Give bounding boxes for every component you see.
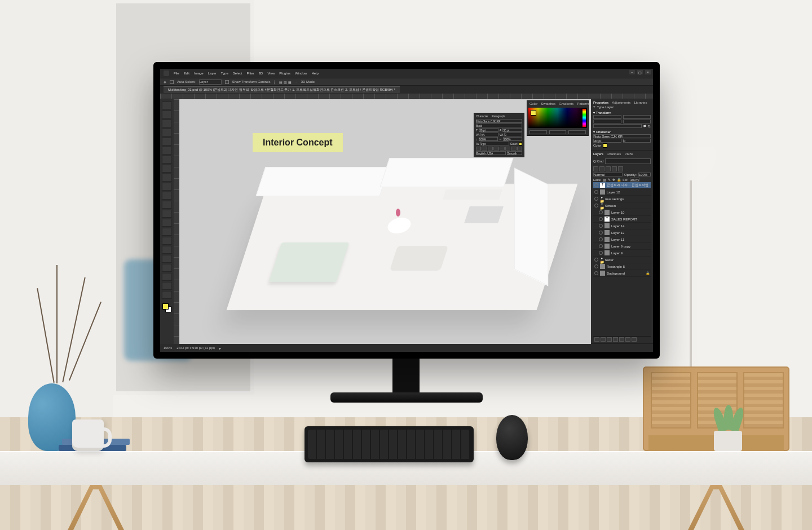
delete-layer-icon[interactable] bbox=[632, 337, 637, 342]
lock-pixels-icon[interactable]: ✎ bbox=[608, 178, 611, 182]
prop-x-field[interactable] bbox=[623, 115, 651, 119]
eraser-tool[interactable] bbox=[162, 201, 172, 209]
visibility-toggle-icon[interactable] bbox=[594, 258, 598, 262]
menu-file[interactable]: File bbox=[174, 72, 179, 75]
tab-gradients[interactable]: Gradients bbox=[559, 102, 573, 105]
prop-width-field[interactable] bbox=[593, 115, 621, 119]
filter-pixel-icon[interactable] bbox=[593, 166, 598, 171]
tab-character[interactable]: Character bbox=[476, 114, 488, 118]
tab-swatches[interactable]: Swatches bbox=[541, 102, 555, 105]
gradient-tool[interactable] bbox=[162, 210, 172, 218]
character-panel[interactable]: Character Paragraph Noto Sans CJK KR Bol… bbox=[474, 113, 524, 157]
layer-row[interactable]: ▸ 📁folder bbox=[593, 257, 651, 263]
menu-3d[interactable]: 3D bbox=[259, 72, 263, 75]
visibility-toggle-icon[interactable] bbox=[599, 251, 603, 255]
lock-transparency-icon[interactable]: ▨ bbox=[603, 178, 606, 182]
flip-h-icon[interactable]: ⇄ bbox=[643, 124, 646, 128]
prop-tracking-field[interactable]: 0 bbox=[623, 139, 651, 143]
font-family-dropdown[interactable]: Noto Sans CJK KR bbox=[476, 119, 522, 123]
tab-adjustments[interactable]: Adjustments bbox=[612, 101, 630, 104]
tool-preset-indicator[interactable]: ✥ bbox=[164, 80, 166, 84]
filter-adjustments-icon[interactable] bbox=[599, 166, 604, 171]
layer-name[interactable]: Layer 9 bbox=[611, 251, 650, 255]
layer-name[interactable]: SALES REPORT bbox=[611, 218, 650, 221]
new-group-icon[interactable] bbox=[619, 337, 624, 342]
layer-name[interactable]: Background bbox=[607, 272, 644, 275]
fill-field[interactable]: 100% bbox=[630, 178, 639, 182]
layer-name[interactable]: 콘셉트2) 디자... 콘셉트작업 bbox=[607, 183, 650, 188]
underline-button[interactable] bbox=[511, 147, 516, 151]
text-color-swatch[interactable] bbox=[519, 142, 522, 145]
menu-edit[interactable]: Edit bbox=[184, 72, 189, 75]
layer-name[interactable]: new settings bbox=[605, 197, 650, 201]
new-adjustment-icon[interactable] bbox=[613, 337, 618, 342]
layers-panel[interactable]: Layers Channels Paths Q Kind NormalOpaci… bbox=[591, 151, 653, 344]
blur-tool[interactable] bbox=[162, 219, 172, 227]
menu-type[interactable]: Type bbox=[221, 72, 228, 75]
eyedropper-tool[interactable] bbox=[162, 156, 172, 164]
brush-tool[interactable] bbox=[162, 174, 172, 182]
tab-channels[interactable]: Channels bbox=[607, 152, 621, 156]
hand-tool[interactable] bbox=[162, 273, 172, 281]
tab-properties[interactable]: Properties bbox=[593, 101, 608, 104]
type-tool[interactable] bbox=[162, 246, 172, 254]
baseline-shift-field[interactable]: 0 pt bbox=[480, 142, 509, 145]
layer-row[interactable]: ▾ 📁Screen bbox=[593, 202, 651, 209]
frame-tool[interactable] bbox=[162, 147, 172, 154]
font-size-field[interactable]: 30 pt bbox=[479, 128, 498, 132]
filter-shape-icon[interactable] bbox=[612, 166, 617, 171]
healing-brush-tool[interactable] bbox=[162, 165, 172, 173]
menu-help[interactable]: Help bbox=[311, 72, 318, 75]
prop-y-field[interactable] bbox=[623, 120, 651, 123]
path-select-tool[interactable] bbox=[162, 255, 172, 263]
layer-row[interactable]: Background🔒 bbox=[593, 270, 651, 277]
hue-slider[interactable] bbox=[582, 109, 586, 127]
document-tab[interactable]: Multitasking_01.psd @ 100% (콘셉트2) 디자인 업무… bbox=[164, 86, 400, 93]
color-g-field[interactable] bbox=[549, 130, 567, 134]
prop-font-family-field[interactable]: Noto Sans CJK KR bbox=[593, 134, 651, 138]
tab-color[interactable]: Color bbox=[529, 102, 537, 105]
dodge-tool[interactable] bbox=[162, 228, 172, 236]
faux-italic-button[interactable] bbox=[482, 147, 487, 151]
rectangle-tool[interactable] bbox=[162, 264, 172, 272]
new-layer-icon[interactable] bbox=[625, 337, 630, 342]
font-style-dropdown[interactable]: Bold bbox=[476, 123, 522, 127]
all-caps-button[interactable] bbox=[488, 147, 493, 151]
blend-mode-dropdown[interactable]: Normal bbox=[593, 173, 623, 176]
tab-patterns[interactable]: Patterns bbox=[577, 102, 589, 105]
history-brush-tool[interactable] bbox=[162, 192, 172, 200]
3d-mode-label[interactable]: 3D Mode bbox=[301, 80, 315, 83]
layer-name[interactable]: Layer 9 copy bbox=[611, 245, 650, 248]
layer-mask-icon[interactable] bbox=[607, 337, 612, 342]
faux-bold-button[interactable] bbox=[476, 147, 481, 151]
window-maximize-button[interactable]: ▢ bbox=[637, 70, 643, 74]
edit-toolbar[interactable] bbox=[162, 291, 172, 299]
doc-dimensions[interactable]: 2442 px x 940 px (72 ppi) bbox=[176, 346, 215, 350]
menu-filter[interactable]: Filter bbox=[246, 72, 254, 75]
prop-rotate-field[interactable] bbox=[593, 124, 642, 128]
layer-name[interactable]: Layer 13 bbox=[611, 231, 650, 235]
folder-icon[interactable]: ▾ 📁 bbox=[600, 202, 603, 210]
tracking-field[interactable]: 0 bbox=[504, 132, 522, 136]
align-icons[interactable]: ▤ ▥ ▦ bbox=[279, 80, 291, 84]
color-field[interactable] bbox=[528, 108, 587, 128]
language-dropdown[interactable]: English: USA bbox=[476, 151, 506, 155]
prop-height-field[interactable] bbox=[593, 120, 621, 123]
subscript-button[interactable] bbox=[505, 147, 510, 151]
layer-name[interactable]: Layer 10 bbox=[611, 211, 650, 214]
marquee-tool[interactable] bbox=[162, 111, 172, 118]
vertical-scale-field[interactable]: 100% bbox=[479, 137, 498, 141]
layer-name[interactable]: folder bbox=[605, 258, 650, 262]
fg-bg-swatches[interactable] bbox=[162, 303, 171, 312]
prop-color-swatch[interactable] bbox=[603, 143, 607, 148]
tab-layers[interactable]: Layers bbox=[593, 152, 603, 156]
opacity-field[interactable]: 100% bbox=[638, 173, 651, 176]
lock-position-icon[interactable]: ✥ bbox=[612, 178, 615, 182]
visibility-toggle-icon[interactable] bbox=[594, 183, 598, 187]
layer-name[interactable]: Rectangle 5 bbox=[607, 265, 650, 268]
visibility-toggle-icon[interactable] bbox=[599, 210, 603, 214]
text-layer-interior-concept[interactable]: Interior Concept bbox=[253, 133, 343, 152]
superscript-button[interactable] bbox=[500, 147, 505, 151]
layer-row[interactable]: Layer 13 bbox=[593, 229, 651, 236]
layer-row[interactable]: Layer 14 bbox=[593, 223, 651, 229]
